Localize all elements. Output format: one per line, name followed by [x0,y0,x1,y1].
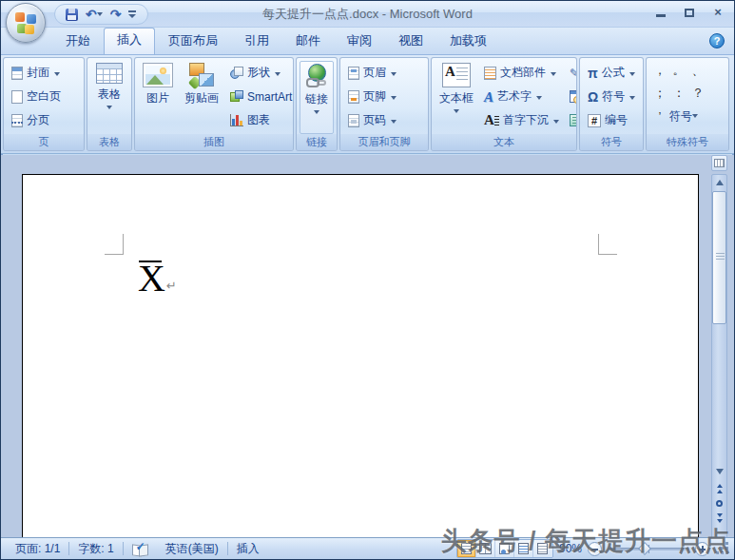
group-label-links: 链接 [297,134,337,150]
zoom-out-button[interactable] [588,542,602,556]
view-outline-button[interactable] [514,540,533,557]
shapes-button[interactable]: 形状 [226,61,294,85]
document-page[interactable]: X ↵ [22,174,699,539]
smartart-button[interactable]: SmartArt [226,85,294,108]
scroll-down-icon [716,469,724,478]
maximize-button[interactable] [681,6,698,19]
symbol-button[interactable]: Ω符号 [584,85,639,108]
equation-dropdown-arrow-icon [629,72,635,79]
date-time-icon [570,90,577,103]
equation-button[interactable]: π公式 [584,61,639,85]
print-layout-icon [461,543,472,554]
ribbon: 封面 空白页 分页 页 表格 表格 图片 [1,54,734,154]
zoom-in-button[interactable] [695,542,709,556]
blank-page-button[interactable]: 空白页 [8,85,80,108]
zoom-level[interactable]: 90% [559,542,582,555]
status-bar: 页面: 1/1 字数: 1 ✓ 英语(美国) 插入 90% [1,537,734,559]
special-symbol-semicolon[interactable]: ； [650,85,669,102]
page-break-button[interactable]: 分页 [8,108,80,132]
scrollbar-thumb[interactable] [712,191,726,324]
table-icon [96,63,123,84]
number-button[interactable]: #编号 [584,108,639,132]
picture-button[interactable]: 图片 [139,61,177,134]
table-button[interactable]: 表格 [92,61,126,134]
clipart-icon [189,63,214,87]
group-label-illustrations: 插图 [135,134,293,150]
vertical-scrollbar[interactable] [710,155,728,539]
tab-page-layout[interactable]: 页面布局 [155,29,231,54]
office-button[interactable] [6,3,46,43]
spelling-check-button[interactable]: ✓ [124,543,157,555]
tab-home[interactable]: 开始 [52,29,104,54]
special-symbol-period[interactable]: 。 [669,62,688,79]
previous-page-button[interactable] [712,482,726,494]
next-page-button[interactable] [712,512,726,525]
status-page-indicator[interactable]: 页面: 1/1 [7,541,68,557]
page-number-dropdown-arrow-icon [391,120,397,126]
signature-line-button[interactable]: ✎ [566,61,577,85]
minimize-icon [656,14,666,17]
tab-addins[interactable]: 加载项 [436,29,500,54]
quick-parts-button[interactable]: 文档部件 [480,61,563,85]
tab-mailings[interactable]: 邮件 [282,29,334,54]
special-symbol-more-button[interactable]: 符号 [669,108,698,125]
special-symbol-enumeration[interactable]: 、 [688,62,707,79]
table-dropdown-arrow-icon [106,106,112,112]
resize-grip-icon[interactable] [717,543,728,554]
tab-insert[interactable]: 插入 [104,28,155,54]
minimize-button[interactable] [652,6,669,19]
scroll-down-button[interactable] [712,465,726,479]
status-bar-right: 90% [456,539,728,558]
tab-references[interactable]: 引用 [231,29,282,54]
special-symbol-comma[interactable]: ， [650,62,669,79]
blank-page-icon [11,90,23,104]
tab-view[interactable]: 视图 [385,29,436,54]
view-fullscreen-reading-button[interactable] [476,540,495,557]
window-controls: × [652,6,726,19]
special-symbol-question[interactable]: ？ [688,85,707,102]
drop-cap-button[interactable]: A首字下沉 [480,108,563,132]
close-button[interactable]: × [709,6,726,19]
symbol-dropdown-arrow-icon [629,96,635,103]
header-dropdown-arrow-icon [391,72,397,79]
maximize-icon [685,9,694,17]
cover-page-button[interactable]: 封面 [8,61,80,85]
help-button[interactable]: ? [709,33,725,48]
document-text-line[interactable]: X ↵ [138,259,177,299]
zoom-slider[interactable] [608,542,689,556]
date-time-button[interactable] [566,85,577,108]
group-links: 链接 链接 [296,57,338,151]
page-break-icon [11,114,23,127]
group-tables: 表格 表格 [87,57,132,151]
status-insert-mode[interactable]: 插入 [228,541,268,557]
textbox-button[interactable]: A 文本框 [435,61,477,134]
special-symbol-quote[interactable]: ’ [650,109,669,124]
document-text: X [138,257,165,299]
paragraph-mark-icon: ↵ [166,279,177,293]
picture-icon [143,63,173,87]
view-web-layout-button[interactable] [495,540,514,557]
chart-button[interactable]: 图表 [226,108,294,132]
page-number-button[interactable]: 页码 [344,108,424,132]
scroll-up-button[interactable] [712,175,726,189]
hyperlink-icon [304,64,329,88]
spelling-check-icon: ✓ [132,543,148,555]
footer-dropdown-arrow-icon [391,96,397,103]
status-word-count[interactable]: 字数: 1 [69,541,122,557]
object-button[interactable] [566,108,577,132]
ruler-toggle-button[interactable] [711,155,727,171]
view-print-layout-button[interactable] [457,540,476,557]
header-button[interactable]: 页眉 [344,61,424,85]
footer-button[interactable]: 页脚 [344,85,424,108]
link-button[interactable]: 链接 [300,61,334,134]
equation-icon: π [588,67,598,80]
symbol-icon: Ω [588,90,598,104]
wordart-button[interactable]: A艺术字 [480,85,563,108]
status-language[interactable]: 英语(美国) [157,541,227,557]
view-draft-button[interactable] [533,540,552,557]
tab-review[interactable]: 审阅 [334,29,385,54]
clipart-button[interactable]: 剪贴画 [181,61,222,134]
select-browse-object-button[interactable] [712,497,726,510]
special-symbol-colon[interactable]: ： [669,85,688,102]
window-title: 每天提升一点点.docx - Microsoft Word [1,1,734,28]
